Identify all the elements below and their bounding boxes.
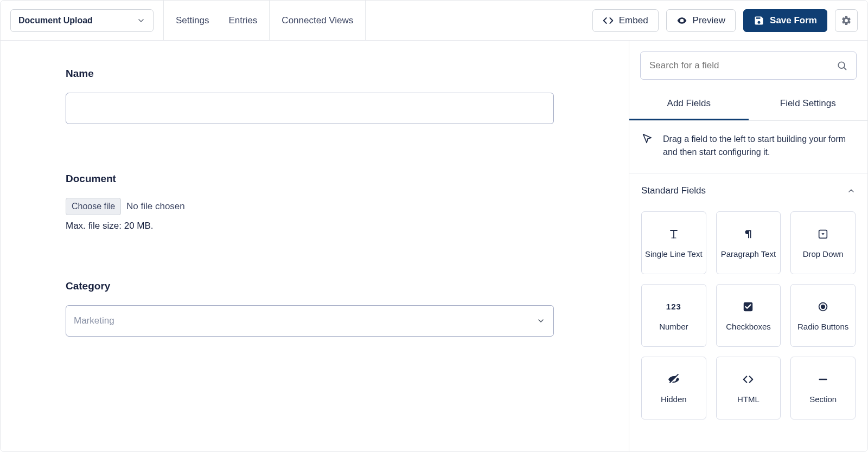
file-status-text: No file chosen xyxy=(126,201,185,212)
name-input[interactable] xyxy=(66,93,554,124)
field-category-block: Category Marketing xyxy=(66,280,596,337)
form-selector-label: Document Upload xyxy=(18,16,93,25)
embed-label: Embed xyxy=(619,15,648,26)
sidebar-tabs: Add Fields Field Settings xyxy=(629,87,867,121)
gear-icon xyxy=(841,15,852,26)
field-card-label: Number xyxy=(659,322,688,331)
embed-button[interactable]: Embed xyxy=(592,9,659,32)
field-category-label: Category xyxy=(66,280,596,292)
sidebar: Add Fields Field Settings Drag a field t… xyxy=(629,41,867,452)
field-card-label: HTML xyxy=(737,395,760,404)
sidebar-hint-text: Drag a field to the left to start buildi… xyxy=(663,133,856,159)
eye-icon xyxy=(676,15,687,26)
save-form-button[interactable]: Save Form xyxy=(743,9,827,32)
field-palette-grid: Single Line Text Paragraph Text Drop Dow… xyxy=(629,202,867,419)
field-search-input[interactable] xyxy=(649,60,837,71)
field-card-label: Single Line Text xyxy=(645,249,703,259)
separator xyxy=(269,1,270,40)
field-card-radio-buttons[interactable]: Radio Buttons xyxy=(790,284,856,347)
svg-point-6 xyxy=(821,305,825,308)
preview-label: Preview xyxy=(693,15,725,26)
field-card-label: Checkboxes xyxy=(726,322,771,331)
field-card-checkboxes[interactable]: Checkboxes xyxy=(716,284,781,347)
form-selector-dropdown[interactable]: Document Upload xyxy=(10,9,154,32)
separator xyxy=(163,1,164,40)
field-name-label: Name xyxy=(66,68,596,80)
field-card-label: Section xyxy=(809,395,837,404)
svg-line-2 xyxy=(844,68,846,70)
choose-file-button[interactable]: Choose file xyxy=(66,198,121,215)
number-icon: 123 xyxy=(666,300,681,313)
nav-settings[interactable]: Settings xyxy=(174,12,211,29)
field-card-single-line-text[interactable]: Single Line Text xyxy=(641,211,706,274)
cursor-icon xyxy=(641,133,653,159)
field-card-label: Paragraph Text xyxy=(721,249,776,259)
category-select-wrap: Marketing xyxy=(66,305,554,337)
field-card-drop-down[interactable]: Drop Down xyxy=(790,211,856,274)
file-upload-row: Choose file No file chosen xyxy=(66,198,596,215)
nav-connected-views[interactable]: Connected Views xyxy=(279,12,355,29)
html-icon xyxy=(742,373,754,386)
hidden-icon xyxy=(667,373,680,386)
search-icon xyxy=(837,60,847,71)
nav-entries[interactable]: Entries xyxy=(226,12,259,29)
paragraph-text-icon xyxy=(742,228,754,241)
field-card-hidden[interactable]: Hidden xyxy=(641,357,706,419)
preview-button[interactable]: Preview xyxy=(666,9,736,32)
field-card-section[interactable]: Section xyxy=(790,357,856,419)
topbar-nav: Settings Entries xyxy=(174,12,259,29)
sidebar-hint: Drag a field to the left to start buildi… xyxy=(629,121,867,173)
separator xyxy=(365,1,366,40)
sidebar-search[interactable] xyxy=(640,51,857,80)
field-card-html[interactable]: HTML xyxy=(716,357,781,419)
chevron-up-icon xyxy=(847,186,856,195)
field-name-block: Name xyxy=(66,68,596,124)
field-document-label: Document xyxy=(66,173,596,185)
field-card-paragraph-text[interactable]: Paragraph Text xyxy=(716,211,781,274)
topbar-nav-2: Connected Views xyxy=(279,12,355,29)
checkboxes-icon xyxy=(742,300,754,313)
save-label: Save Form xyxy=(770,15,817,26)
topbar: Document Upload Settings Entries Connect… xyxy=(1,1,867,41)
form-canvas: Name Document Choose file No file chosen… xyxy=(1,41,629,452)
field-card-label: Hidden xyxy=(661,395,687,404)
field-card-label: Radio Buttons xyxy=(797,322,848,331)
field-card-number[interactable]: 123 Number xyxy=(641,284,706,347)
tab-add-fields[interactable]: Add Fields xyxy=(629,87,749,120)
save-icon xyxy=(754,15,764,26)
chevron-down-icon xyxy=(137,16,145,25)
tab-field-settings[interactable]: Field Settings xyxy=(749,87,868,120)
drop-down-icon xyxy=(817,228,829,241)
standard-fields-title: Standard Fields xyxy=(641,185,706,196)
settings-gear-button[interactable] xyxy=(835,9,858,32)
single-line-text-icon xyxy=(667,228,680,241)
category-select[interactable]: Marketing xyxy=(66,305,554,337)
code-icon xyxy=(603,15,614,26)
section-icon xyxy=(817,373,829,386)
standard-fields-header[interactable]: Standard Fields xyxy=(629,173,867,202)
sidebar-search-wrap xyxy=(629,41,867,87)
main-area: Name Document Choose file No file chosen… xyxy=(1,41,867,452)
field-card-label: Drop Down xyxy=(803,249,844,259)
radio-buttons-icon xyxy=(817,300,829,313)
svg-point-0 xyxy=(681,20,682,21)
field-document-block: Document Choose file No file chosen Max.… xyxy=(66,173,596,231)
category-select-value: Marketing xyxy=(74,315,114,326)
file-help-text: Max. file size: 20 MB. xyxy=(66,221,596,231)
